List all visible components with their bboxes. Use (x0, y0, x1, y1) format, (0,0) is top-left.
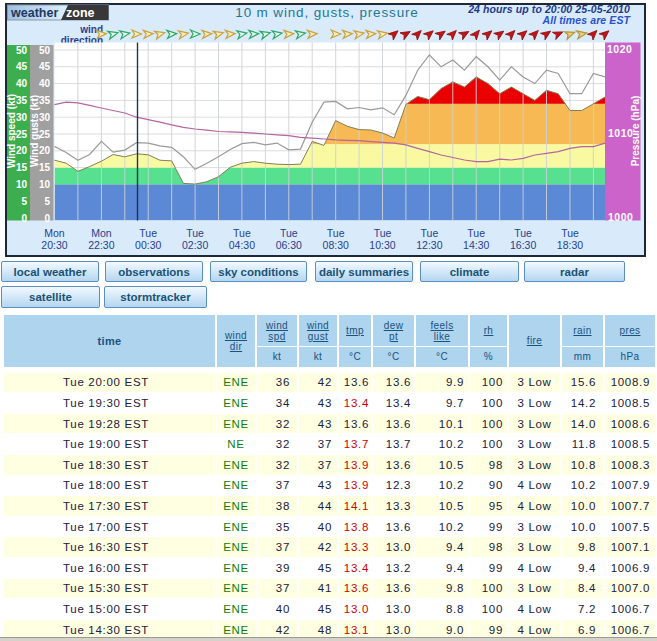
svg-text:Tue: Tue (421, 227, 439, 239)
svg-text:Tue: Tue (561, 227, 579, 239)
svg-text:Tue: Tue (186, 227, 204, 239)
svg-text:12:30: 12:30 (416, 239, 442, 251)
svg-text:Tue: Tue (467, 227, 485, 239)
svg-text:Tue: Tue (233, 227, 251, 239)
svg-text:Tue: Tue (514, 227, 532, 239)
svg-text:18:30: 18:30 (557, 239, 583, 251)
svg-text:08:30: 08:30 (323, 239, 349, 251)
svg-text:Tue: Tue (139, 227, 157, 239)
svg-text:30: 30 (16, 112, 28, 123)
svg-text:25: 25 (39, 129, 51, 140)
svg-text:Mon: Mon (44, 227, 65, 239)
svg-text:45: 45 (16, 61, 28, 72)
svg-text:20: 20 (16, 145, 28, 156)
svg-text:Tue: Tue (374, 227, 392, 239)
svg-text:20: 20 (39, 145, 51, 156)
svg-text:Wind speed (kt): Wind speed (kt) (6, 94, 17, 168)
svg-text:35: 35 (16, 95, 28, 106)
svg-text:0: 0 (44, 213, 50, 224)
svg-text:weather: weather (10, 6, 58, 20)
svg-text:20:30: 20:30 (41, 239, 67, 251)
svg-text:zone: zone (66, 6, 95, 20)
svg-text:16:30: 16:30 (510, 239, 536, 251)
svg-text:5: 5 (21, 196, 27, 207)
svg-text:14:30: 14:30 (463, 239, 489, 251)
svg-text:1020: 1020 (607, 43, 632, 55)
svg-text:Tue: Tue (280, 227, 298, 239)
svg-text:22:30: 22:30 (88, 239, 114, 251)
svg-text:40: 40 (39, 78, 51, 89)
svg-text:06:30: 06:30 (276, 239, 302, 251)
svg-text:1000: 1000 (608, 211, 633, 223)
svg-text:35: 35 (39, 95, 51, 106)
svg-text:10: 10 (39, 179, 51, 190)
svg-text:10 m wind, gusts, pressure: 10 m wind, gusts, pressure (235, 5, 418, 20)
svg-text:Wind gusts (kt): Wind gusts (kt) (29, 95, 40, 167)
svg-text:40: 40 (16, 78, 28, 89)
svg-text:50: 50 (16, 45, 28, 56)
svg-text:04:30: 04:30 (229, 239, 255, 251)
svg-text:00:30: 00:30 (135, 239, 161, 251)
svg-text:5: 5 (44, 196, 50, 207)
svg-text:Tue: Tue (327, 227, 345, 239)
svg-text:10: 10 (16, 179, 28, 190)
svg-text:15: 15 (16, 162, 28, 173)
svg-text:0: 0 (21, 213, 27, 224)
svg-text:15: 15 (39, 162, 51, 173)
svg-text:02:30: 02:30 (182, 239, 208, 251)
svg-text:30: 30 (39, 112, 51, 123)
svg-text:All times are EST: All times are EST (542, 14, 632, 26)
svg-text:25: 25 (16, 129, 28, 140)
svg-text:Mon: Mon (91, 227, 112, 239)
svg-text:Pressure (hPa): Pressure (hPa) (630, 96, 641, 167)
svg-text:10:30: 10:30 (369, 239, 395, 251)
svg-text:45: 45 (39, 61, 51, 72)
svg-text:50: 50 (39, 45, 51, 56)
